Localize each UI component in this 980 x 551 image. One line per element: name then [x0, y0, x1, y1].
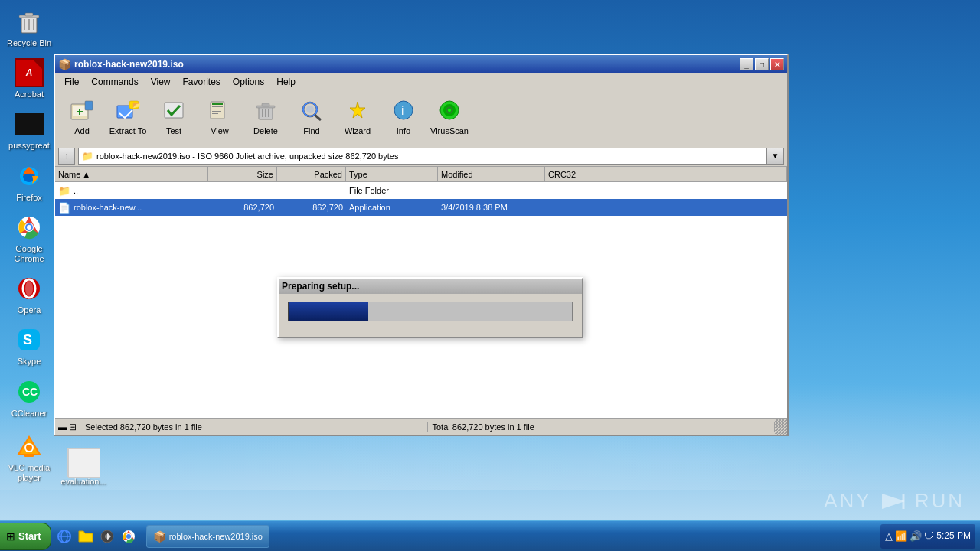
status-total: Total 862,720 bytes in 1 file — [428, 422, 776, 432]
toolbar-add-button[interactable]: Add — [60, 93, 104, 142]
toolbar-info-button[interactable]: i Info — [381, 93, 426, 142]
start-orb-icon: ⊞ — [6, 530, 15, 543]
desktop-icon-evaluation[interactable]: evaluation... — [57, 448, 109, 486]
desktop-icon-skype[interactable]: S Skype — [3, 321, 55, 370]
status-icons: ▬ ⊟ — [55, 419, 80, 435]
delete-icon — [253, 99, 278, 125]
file-size-cell: 862,720 — [208, 199, 277, 216]
desktop-icon-firefox[interactable]: Firefox — [3, 158, 55, 206]
col-name-header[interactable]: Name ▲ — [55, 167, 208, 181]
wizard-label: Wizard — [345, 126, 371, 135]
toolbar-delete-button[interactable]: Delete — [243, 93, 288, 142]
address-input[interactable]: 📁 roblox-hack-new2019.iso - ISO 9660 Jol… — [78, 148, 767, 165]
toolbar-find-button[interactable]: Find — [289, 93, 334, 142]
toolbar-virusscan-button[interactable]: VirusScan — [427, 93, 472, 142]
svg-rect-34 — [212, 103, 223, 105]
taskbar-ie-icon[interactable] — [54, 527, 74, 546]
skype-icon: S — [14, 324, 44, 355]
svg-point-23 — [26, 445, 32, 451]
system-tray-area: △ 📶 🔊 🛡 5:25 PM — [880, 524, 980, 549]
resize-handle[interactable] — [775, 419, 787, 435]
opera-icon — [14, 273, 44, 304]
start-button[interactable]: ⊞ Start — [0, 523, 51, 550]
desktop-icon-opera[interactable]: Opera — [3, 270, 55, 318]
col-packed-header[interactable]: Packed — [277, 167, 346, 181]
desktop-icon-vlc[interactable]: VLC media player — [3, 428, 55, 486]
view-label: View — [211, 126, 229, 135]
col-type-header[interactable]: Type — [346, 167, 438, 181]
tray-volume-icon[interactable]: 🔊 — [910, 530, 922, 542]
progress-body — [279, 294, 582, 329]
folder-icon: 📁 — [58, 185, 70, 197]
svg-marker-49 — [350, 102, 365, 118]
col-modified-header[interactable]: Modified — [438, 167, 545, 181]
address-icon: 📁 — [82, 151, 93, 161]
col-crc32-header[interactable]: CRC32 — [545, 167, 787, 181]
skype-label: Skype — [18, 357, 41, 367]
pussygreat-label: pussygreat — [8, 141, 50, 151]
file-list-body: 📁 .. File Folder — [55, 182, 787, 216]
menu-commands[interactable]: Commands — [85, 75, 144, 89]
menu-file[interactable]: File — [58, 75, 85, 89]
taskbar-7zip-app[interactable]: 📦 roblox-hack-new2019.iso — [146, 525, 270, 548]
minimize-button[interactable]: _ — [740, 58, 753, 70]
desktop-icon-recycle-bin[interactable]: Recycle Bin — [3, 3, 55, 51]
menu-favorites[interactable]: Favorites — [177, 75, 227, 89]
desktop-icon-chrome[interactable]: Google Chrome — [3, 209, 55, 267]
svg-marker-56 — [882, 494, 905, 509]
progress-bar-container — [288, 302, 573, 321]
svg-point-14 — [25, 281, 33, 296]
file-type-cell: Application — [346, 199, 438, 216]
extract-label: Extract To — [109, 126, 147, 135]
acrobat-label: Acrobat — [15, 90, 44, 99]
column-headers: Name ▲ Size Packed Type Modified CRC32 — [55, 167, 787, 182]
toolbar-test-button[interactable]: Test — [152, 93, 196, 142]
desktop-icon-pussygreat[interactable]: pussygreat — [3, 106, 55, 154]
opera-label: Opera — [18, 305, 41, 315]
view-icon — [207, 99, 232, 125]
file-packed-cell — [277, 182, 346, 199]
menu-help[interactable]: Help — [270, 75, 302, 89]
ccleaner-icon: CC — [14, 377, 44, 407]
tray-safety-icon[interactable]: 🛡 — [924, 530, 934, 542]
svg-rect-21 — [24, 454, 34, 457]
file-icon: 📄 — [58, 202, 70, 214]
address-dropdown-button[interactable]: ▼ — [767, 148, 784, 165]
vlc-icon — [14, 431, 44, 461]
tray-network-icon[interactable]: 📶 — [895, 530, 907, 542]
test-label: Test — [166, 126, 181, 135]
anyrun-logo: ANY RUN — [824, 489, 965, 513]
maximize-button[interactable]: □ — [755, 58, 769, 70]
taskbar-programs: 📦 roblox-hack-new2019.iso — [54, 525, 881, 548]
pussygreat-icon — [14, 109, 44, 139]
table-row[interactable]: 📄 roblox-hack-new... 862,720 862,720 App… — [55, 199, 787, 216]
delete-label: Delete — [253, 126, 278, 135]
file-type-cell: File Folder — [346, 182, 438, 199]
col-size-header[interactable]: Size — [208, 167, 277, 181]
7zip-taskbar-icon: 📦 — [153, 530, 166, 543]
svg-rect-32 — [165, 103, 183, 118]
menu-options[interactable]: Options — [227, 75, 270, 89]
desktop-icon-ccleaner[interactable]: CC CCleaner — [3, 373, 55, 422]
find-label: Find — [303, 126, 319, 135]
close-button[interactable]: ✕ — [770, 58, 784, 70]
svg-rect-35 — [212, 106, 223, 107]
acrobat-icon: A — [14, 57, 44, 88]
navigate-up-button[interactable]: ↑ — [58, 148, 75, 165]
svg-text:CC: CC — [22, 386, 38, 398]
test-icon — [162, 99, 186, 125]
recycle-bin-icon — [14, 6, 44, 37]
toolbar-view-button[interactable]: View — [198, 93, 242, 142]
toolbar-extract-button[interactable]: 📂 Extract To — [106, 93, 150, 142]
clock-time: 5:25 PM — [936, 530, 971, 543]
taskbar-chrome-icon[interactable] — [119, 527, 139, 546]
taskbar-media-icon[interactable] — [97, 527, 117, 546]
table-row[interactable]: 📁 .. File Folder — [55, 182, 787, 199]
svg-rect-38 — [212, 113, 218, 114]
desktop-icon-acrobat[interactable]: A Acrobat — [3, 54, 55, 103]
clock[interactable]: 5:25 PM — [936, 530, 971, 543]
menu-view[interactable]: View — [145, 75, 177, 89]
taskbar-folder-icon[interactable] — [76, 527, 96, 546]
toolbar-wizard-button[interactable]: Wizard — [335, 93, 380, 142]
wizard-icon — [345, 99, 370, 125]
